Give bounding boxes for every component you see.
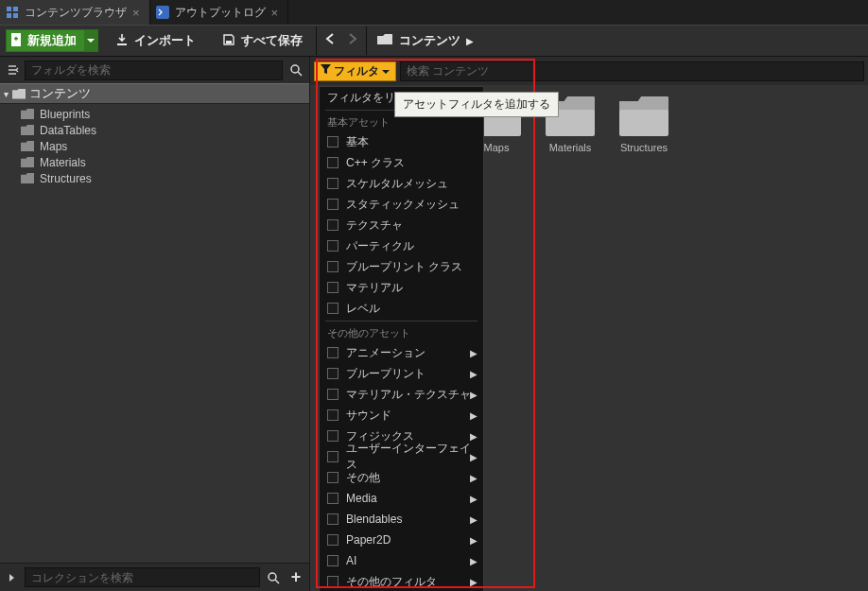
tree-folder-item[interactable]: DataTables xyxy=(0,122,309,138)
filter-category-label: サウンド xyxy=(346,408,391,424)
checkbox[interactable] xyxy=(327,472,339,483)
chevron-right-icon: ▶ xyxy=(470,431,477,442)
checkbox[interactable] xyxy=(327,451,339,462)
checkbox[interactable] xyxy=(327,493,339,504)
import-button[interactable]: インポート xyxy=(106,29,205,52)
filters-button[interactable]: フィルタ xyxy=(314,61,396,81)
filter-option[interactable]: C++ クラス xyxy=(320,152,483,173)
toolbar: 新規追加 インポート すべて保存 コンテンツ ▶ xyxy=(0,25,868,57)
save-icon xyxy=(222,33,235,49)
save-all-button[interactable]: すべて保存 xyxy=(213,29,312,52)
checkbox[interactable] xyxy=(327,219,339,231)
filter-section-other: その他のアセット xyxy=(320,323,483,342)
checkbox[interactable] xyxy=(327,534,339,546)
checkbox[interactable] xyxy=(327,389,339,400)
checkbox[interactable] xyxy=(327,409,339,421)
filter-category[interactable]: サウンド▶ xyxy=(320,405,483,426)
checkbox[interactable] xyxy=(327,282,339,293)
checkbox[interactable] xyxy=(327,347,339,358)
chevron-right-icon: ▶ xyxy=(470,556,477,566)
checkbox[interactable] xyxy=(327,261,339,272)
filter-option[interactable]: パーティクル xyxy=(320,235,483,256)
tree-folder-label: Structures xyxy=(40,172,92,185)
filter-category-label: Blendables xyxy=(346,513,402,526)
nav-forward-button[interactable] xyxy=(341,32,362,49)
filter-option[interactable]: スタティックメッシュ xyxy=(320,194,483,215)
asset-folder-item[interactable]: Structures xyxy=(615,96,673,153)
svg-point-10 xyxy=(291,65,299,73)
import-label: インポート xyxy=(134,32,196,49)
chevron-right-icon: ▶ xyxy=(470,390,477,400)
chevron-right-icon: ▶ xyxy=(470,577,477,587)
close-icon[interactable]: × xyxy=(271,6,279,20)
grid-icon xyxy=(6,6,19,19)
filter-category-label: Media xyxy=(346,492,377,505)
filter-category[interactable]: Blendables▶ xyxy=(320,509,483,530)
svg-rect-7 xyxy=(15,36,17,40)
tab-content-browser[interactable]: コンテンツブラウザ × xyxy=(0,0,150,25)
tree-folder-item[interactable]: Blueprints xyxy=(0,106,309,122)
filter-category[interactable]: その他▶ xyxy=(320,467,483,488)
chevron-right-icon: ▶ xyxy=(470,369,477,379)
filter-option[interactable]: レベル xyxy=(320,298,483,319)
collections-search-input[interactable] xyxy=(25,567,260,587)
tree-folder-item[interactable]: Materials xyxy=(0,154,309,170)
close-icon[interactable]: × xyxy=(132,6,140,20)
filter-option[interactable]: スケルタルメッシュ xyxy=(320,173,483,194)
filter-option-label: スケルタルメッシュ xyxy=(346,176,448,192)
checkbox[interactable] xyxy=(327,368,339,379)
add-new-button[interactable]: 新規追加 xyxy=(6,29,98,52)
filter-category[interactable]: Media▶ xyxy=(320,488,483,509)
tree-folder-item[interactable]: Structures xyxy=(0,170,309,186)
checkbox[interactable] xyxy=(327,576,339,587)
nav-back-button[interactable] xyxy=(321,32,341,49)
filter-category[interactable]: Paper2D▶ xyxy=(320,530,483,550)
checkbox[interactable] xyxy=(327,555,339,566)
search-icon[interactable] xyxy=(264,568,283,587)
svg-point-11 xyxy=(269,573,276,581)
tree-root-content[interactable]: ▾ コンテンツ xyxy=(0,83,309,104)
filter-category[interactable]: その他のフィルタ▶ xyxy=(320,571,483,591)
filter-option[interactable]: テクスチャ xyxy=(320,215,483,235)
filter-option[interactable]: 基本 xyxy=(320,131,483,152)
add-collection-button[interactable]: + xyxy=(286,568,305,587)
filter-category[interactable]: ユーザーインターフェイス▶ xyxy=(320,446,483,467)
filter-category[interactable]: ブループリント▶ xyxy=(320,363,483,384)
chevron-down-icon[interactable] xyxy=(84,30,97,51)
filter-option[interactable]: ブループリント クラス xyxy=(320,256,483,277)
filter-category[interactable]: AI▶ xyxy=(320,550,483,571)
checkbox[interactable] xyxy=(327,430,339,442)
asset-folder-label: Materials xyxy=(549,142,592,153)
filter-category[interactable]: マテリアル・テクスチャ▶ xyxy=(320,384,483,405)
breadcrumb-root[interactable]: コンテンツ xyxy=(371,32,466,49)
chevron-right-icon: ▶ xyxy=(470,473,477,483)
asset-folder-label: Structures xyxy=(620,142,668,153)
filter-option[interactable]: マテリアル xyxy=(320,277,483,298)
tree-folder-item[interactable]: Maps xyxy=(0,138,309,154)
save-all-label: すべて保存 xyxy=(241,32,303,49)
tree-folder-label: Blueprints xyxy=(40,108,90,121)
folder-icon xyxy=(21,141,34,151)
filter-category-label: アニメーション xyxy=(346,345,425,361)
checkbox[interactable] xyxy=(327,157,339,168)
expand-collections-button[interactable] xyxy=(4,568,21,587)
filter-category-label: その他 xyxy=(346,470,380,486)
chevron-right-icon[interactable]: ▶ xyxy=(466,36,474,46)
svg-rect-3 xyxy=(13,13,18,18)
filter-option-label: テクスチャ xyxy=(346,217,403,234)
filter-dropdown: フィルタをリ 基本アセット 基本C++ クラススケルタルメッシュスタティックメッ… xyxy=(319,86,484,591)
checkbox[interactable] xyxy=(327,199,339,210)
collapse-sources-button[interactable] xyxy=(4,61,21,79)
filter-option-label: マテリアル xyxy=(346,280,403,296)
search-icon[interactable] xyxy=(286,61,305,79)
checkbox[interactable] xyxy=(327,513,339,525)
checkbox[interactable] xyxy=(327,240,339,252)
filter-category[interactable]: アニメーション▶ xyxy=(320,342,483,363)
checkbox[interactable] xyxy=(327,178,339,189)
checkbox[interactable] xyxy=(327,136,339,148)
asset-search-input[interactable] xyxy=(400,61,864,81)
tab-output-log[interactable]: アウトプットログ × xyxy=(150,0,289,25)
checkbox[interactable] xyxy=(327,303,339,314)
svg-rect-4 xyxy=(156,6,169,19)
folder-search-input[interactable] xyxy=(25,61,283,80)
